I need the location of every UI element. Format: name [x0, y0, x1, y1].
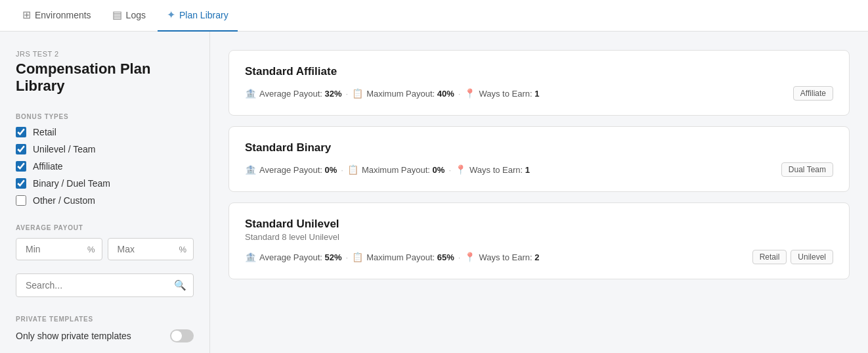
breadcrumb: JRS TEST 2 [16, 50, 194, 58]
dot-2: · [448, 165, 451, 175]
plan-meta-standard-binary: 🏦 Average Payout: 0% · 📋 Maximum Payout:… [245, 164, 530, 175]
page-title: Compensation Plan Library [16, 60, 194, 95]
avg-payout-text: Average Payout: 0% [259, 165, 337, 175]
checkbox-affiliate-input[interactable] [16, 161, 26, 172]
payout-inputs: % % [16, 238, 194, 260]
checkbox-unilevel[interactable]: Unilevel / Team [16, 144, 194, 154]
ways-icon: 📍 [464, 88, 475, 99]
ways-text: Ways to Earn: 1 [469, 165, 530, 175]
ways-icon: 📍 [464, 252, 475, 262]
top-nav: ⊞ Environments ▤ Logs ✦ Plan Library [0, 0, 868, 32]
avg-payout-text: Average Payout: 52% [259, 252, 342, 262]
avg-payout-icon: 🏦 [245, 88, 256, 99]
plan-tags-standard-affiliate: Affiliate [793, 86, 833, 101]
avg-payout-meta: 🏦 Average Payout: 0% [245, 164, 337, 175]
search-wrap: 🔍 [16, 273, 194, 297]
private-templates-label: PRIVATE TEMPLATES [16, 316, 194, 323]
avg-payout-text: Average Payout: 32% [259, 89, 342, 99]
environments-icon: ⊞ [22, 9, 31, 21]
checkbox-affiliate-label: Affiliate [33, 161, 63, 172]
avg-payout-icon: 🏦 [245, 164, 256, 175]
plan-subtitle-standard-unilevel: Standard 8 level Unilevel [245, 232, 833, 242]
only-show-private-label: Only show private templates [16, 331, 131, 341]
checkbox-unilevel-input[interactable] [16, 144, 26, 154]
plan-card-standard-unilevel[interactable]: Standard Unilevel Standard 8 level Unile… [228, 202, 850, 279]
logs-icon: ▤ [112, 9, 122, 21]
max-payout-meta: 📋 Maximum Payout: 0% [347, 164, 445, 175]
max-payout-icon: 📋 [352, 252, 363, 262]
plan-tag: Affiliate [793, 86, 833, 101]
plan-title-standard-binary: Standard Binary [245, 141, 833, 154]
checkbox-binary-input[interactable] [16, 178, 26, 189]
bonus-types-group: Retail Unilevel / Team Affiliate Binary … [16, 127, 194, 206]
max-payout-meta: 📋 Maximum Payout: 40% [352, 88, 454, 99]
ways-meta: 📍 Ways to Earn: 1 [464, 88, 539, 99]
plan-tags-standard-binary: Dual Team [781, 162, 833, 177]
max-payout-input[interactable] [115, 239, 179, 260]
max-payout-icon: 📋 [347, 164, 358, 175]
min-pct-label: % [87, 245, 95, 254]
plan-card-standard-affiliate[interactable]: Standard Affiliate 🏦 Average Payout: 32%… [228, 50, 850, 116]
checkbox-other[interactable]: Other / Custom [16, 195, 194, 206]
min-payout-input[interactable] [23, 239, 87, 260]
avg-payout-label: AVERAGE PAYOUT [16, 224, 194, 231]
plan-tag: Retail [752, 250, 787, 264]
dot-1: · [346, 252, 349, 262]
nav-logs[interactable]: ▤ Logs [103, 0, 155, 32]
max-payout-icon: 📋 [352, 88, 363, 99]
plan-footer-standard-binary: 🏦 Average Payout: 0% · 📋 Maximum Payout:… [245, 162, 833, 177]
dot-2: · [458, 252, 461, 262]
avg-payout-icon: 🏦 [245, 252, 256, 262]
search-icon: 🔍 [174, 279, 186, 291]
dot-2: · [458, 89, 461, 99]
max-payout-wrap: % [108, 238, 194, 260]
avg-payout-meta: 🏦 Average Payout: 52% [245, 252, 342, 262]
plan-card-standard-binary[interactable]: Standard Binary 🏦 Average Payout: 0% · 📋… [228, 126, 850, 192]
checkbox-other-input[interactable] [16, 195, 26, 206]
ways-icon: 📍 [455, 164, 466, 175]
checkbox-retail-label: Retail [33, 127, 56, 137]
plan-tag: Unilevel [791, 250, 833, 264]
nav-environments[interactable]: ⊞ Environments [13, 0, 100, 32]
max-payout-text: Maximum Payout: 65% [366, 252, 454, 262]
dot-1: · [346, 89, 349, 99]
checkbox-other-label: Other / Custom [33, 195, 95, 206]
max-payout-meta: 📋 Maximum Payout: 65% [352, 252, 454, 262]
max-pct-label: % [179, 245, 186, 254]
nav-plan-library[interactable]: ✦ Plan Library [158, 0, 238, 32]
bonus-types-label: BONUS TYPES [16, 113, 194, 120]
dot-1: · [341, 165, 343, 175]
plan-title-standard-affiliate: Standard Affiliate [245, 65, 833, 78]
ways-meta: 📍 Ways to Earn: 2 [464, 252, 539, 262]
checkbox-binary[interactable]: Binary / Duel Team [16, 178, 194, 189]
plan-library-icon: ✦ [167, 9, 175, 21]
checkbox-retail-input[interactable] [16, 127, 26, 137]
ways-text: Ways to Earn: 1 [479, 89, 539, 99]
max-payout-text: Maximum Payout: 0% [362, 165, 445, 175]
checkbox-unilevel-label: Unilevel / Team [33, 144, 95, 154]
nav-environments-label: Environments [35, 10, 91, 20]
ways-text: Ways to Earn: 2 [479, 252, 539, 262]
max-payout-text: Maximum Payout: 40% [366, 89, 454, 99]
ways-meta: 📍 Ways to Earn: 1 [455, 164, 530, 175]
avg-payout-section: AVERAGE PAYOUT % % [16, 224, 194, 260]
content-area: Standard Affiliate 🏦 Average Payout: 32%… [210, 32, 868, 353]
main-layout: JRS TEST 2 Compensation Plan Library BON… [0, 32, 868, 353]
plan-tags-standard-unilevel: RetailUnilevel [752, 250, 833, 264]
checkbox-affiliate[interactable]: Affiliate [16, 161, 194, 172]
plan-meta-standard-affiliate: 🏦 Average Payout: 32% · 📋 Maximum Payout… [245, 88, 539, 99]
min-payout-wrap: % [16, 238, 102, 260]
plan-tag: Dual Team [781, 162, 833, 177]
search-input[interactable] [23, 274, 174, 296]
private-section: PRIVATE TEMPLATES Only show private temp… [16, 316, 194, 342]
plan-meta-standard-unilevel: 🏦 Average Payout: 52% · 📋 Maximum Payout… [245, 252, 539, 262]
plan-footer-standard-affiliate: 🏦 Average Payout: 32% · 📋 Maximum Payout… [245, 86, 833, 101]
avg-payout-meta: 🏦 Average Payout: 32% [245, 88, 342, 99]
nav-plan-library-label: Plan Library [179, 10, 228, 20]
plan-title-standard-unilevel: Standard Unilevel [245, 218, 833, 231]
private-templates-toggle[interactable] [170, 329, 194, 342]
plan-footer-standard-unilevel: 🏦 Average Payout: 52% · 📋 Maximum Payout… [245, 250, 833, 264]
sidebar: JRS TEST 2 Compensation Plan Library BON… [0, 32, 210, 353]
checkbox-binary-label: Binary / Duel Team [33, 178, 110, 189]
checkbox-retail[interactable]: Retail [16, 127, 194, 137]
